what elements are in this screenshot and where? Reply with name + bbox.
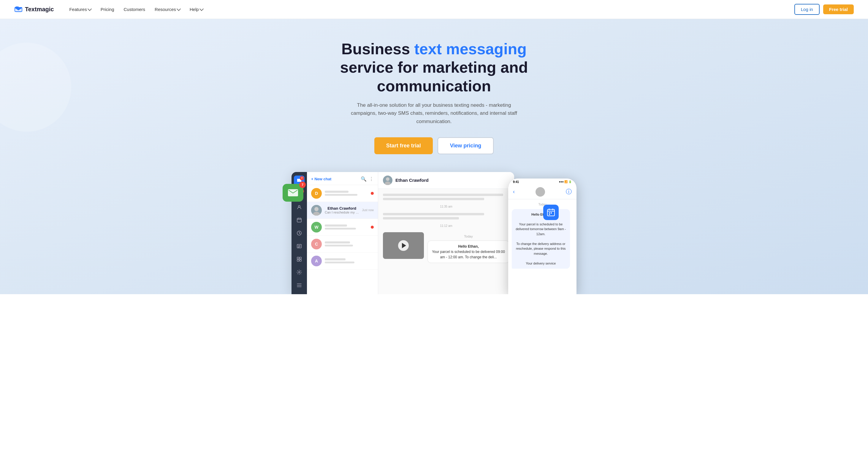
logo[interactable]: Textmagic (14, 6, 54, 13)
chat-list-item-ethan[interactable]: Ethan Crawford Can I reschedule my deliv… (307, 202, 378, 219)
chat-meta-ethan: Just now (362, 208, 374, 212)
contact-name-skeleton (325, 191, 348, 193)
sidebar-icon-bars[interactable] (294, 280, 305, 291)
sidebar-notification-badge: 7 (300, 176, 304, 180)
chat-main-panel: Ethan Crawford 11:35 am 11:12 am (378, 172, 514, 294)
mobile-today-label: Today (512, 203, 573, 206)
app-preview: 7 7 7 (291, 172, 577, 294)
email-icon (288, 189, 298, 196)
logo-icon (14, 6, 23, 13)
today-label: Today (428, 235, 509, 238)
chat-list-item-w[interactable]: W (307, 219, 378, 236)
message-preview-ethan: Can I reschedule my delivery... (325, 210, 359, 214)
brand-name: Textmagic (25, 6, 54, 13)
info-icon[interactable]: ⓘ (566, 188, 572, 196)
avatar: A (311, 256, 322, 266)
nav-item-pricing[interactable]: Pricing (97, 4, 118, 14)
svg-rect-9 (297, 260, 299, 261)
contact-name-skeleton (325, 258, 345, 260)
sidebar-icon-contacts[interactable] (294, 202, 305, 212)
chat-list-item-c[interactable]: C (307, 236, 378, 253)
svg-point-11 (299, 271, 300, 273)
svg-point-3 (298, 205, 300, 207)
avatar: W (311, 222, 322, 232)
chat-main-header: Ethan Crawford (378, 172, 514, 189)
incoming-message: Today Hello Ethan, Your parcel is schedu… (428, 232, 509, 263)
message-body: Your parcel is scheduled to be delivered… (432, 250, 505, 259)
more-options-icon[interactable]: ⋮ (369, 176, 374, 182)
chat-list-header: + New chat 🔍 ⋮ (307, 172, 378, 185)
new-chat-button[interactable]: + New chat (311, 177, 331, 181)
message-preview-skeleton (325, 262, 354, 263)
message-block (383, 213, 509, 220)
svg-point-13 (314, 207, 318, 211)
login-button[interactable]: Log in (795, 4, 819, 15)
contact-name-ethan: Ethan Crawford (325, 206, 359, 210)
calendar-icon (547, 208, 555, 217)
message-with-video: Today Hello Ethan, Your parcel is schedu… (383, 232, 509, 263)
nav-item-customers[interactable]: Customers (120, 4, 149, 14)
chat-contact-name: Ethan Crawford (395, 178, 429, 183)
message-timestamp: 11:35 am (383, 205, 509, 208)
svg-rect-21 (549, 214, 550, 215)
message-bar (383, 194, 503, 196)
chat-info (325, 190, 368, 196)
message-block (383, 194, 509, 200)
search-icon[interactable]: 🔍 (361, 176, 367, 182)
back-arrow-icon[interactable]: ‹ (513, 189, 515, 195)
mobile-message-text: Your parcel is scheduled to be delivered… (516, 223, 566, 236)
sidebar-icon-grid[interactable] (294, 254, 305, 265)
chat-info (325, 224, 368, 230)
message-bar (383, 198, 484, 200)
nav-links: Features Pricing Customers Resources (66, 4, 206, 14)
mobile-status-bar: 9:41 ●●● 📶 🔋 (508, 178, 577, 185)
email-badge-count: 7 (299, 181, 306, 188)
mobile-screen: 9:41 ●●● 📶 🔋 ‹ ⓘ Today Hello Ethan, (508, 178, 577, 294)
nav-item-help[interactable]: Help (186, 4, 207, 14)
nav-item-features[interactable]: Features (66, 4, 94, 14)
chevron-down-icon (88, 7, 92, 11)
mobile-message-text-2: To change the delivery address or resche… (516, 242, 566, 255)
svg-rect-20 (551, 212, 552, 213)
sidebar-icon-lists[interactable] (294, 241, 305, 252)
chat-list-item-a[interactable]: A (307, 253, 378, 270)
message-bar (383, 217, 459, 220)
sidebar-icon-settings[interactable] (294, 267, 305, 277)
video-thumbnail[interactable] (383, 232, 424, 259)
mobile-message-text-3: Your delivery service (526, 262, 556, 265)
free-trial-nav-button[interactable]: Free trial (823, 4, 854, 14)
chat-info-ethan: Ethan Crawford Can I reschedule my deliv… (325, 206, 359, 214)
hero-title: Business text messaging service for mark… (318, 40, 550, 95)
chat-info (325, 258, 371, 264)
svg-rect-8 (300, 257, 301, 259)
hero-subtitle: The all-in-one solution for all your bus… (351, 101, 517, 126)
mobile-signal-icons: ●●● 📶 🔋 (559, 180, 572, 183)
desktop-app-mockup: 7 7 (291, 172, 514, 294)
sidebar-icon-clock[interactable] (294, 228, 305, 238)
message-time-ethan: Just now (362, 208, 374, 212)
chat-messages-area[interactable]: 11:35 am 11:12 am Today Hello Et (378, 189, 514, 294)
svg-rect-7 (297, 257, 299, 259)
message-bubble: Hello Ethan, Your parcel is scheduled to… (428, 240, 509, 263)
mobile-nav-bar: ‹ ⓘ (508, 185, 577, 199)
message-greeting: Hello Ethan, (458, 244, 478, 248)
nav-item-resources[interactable]: Resources (151, 4, 184, 14)
mobile-time: 9:41 (513, 180, 519, 184)
chat-meta (371, 192, 374, 195)
svg-rect-4 (297, 218, 301, 222)
chat-list-item[interactable]: D (307, 185, 378, 202)
chat-list-panel: + New chat 🔍 ⋮ D (307, 172, 378, 294)
view-pricing-button[interactable]: View pricing (438, 137, 494, 154)
mobile-contact-avatar (535, 187, 545, 197)
chat-list-actions: 🔍 ⋮ (361, 176, 374, 182)
unread-indicator (371, 192, 374, 195)
svg-point-16 (386, 177, 390, 181)
message-preview-skeleton (325, 228, 356, 230)
sidebar-icon-calendar[interactable] (294, 215, 305, 225)
play-button[interactable] (398, 240, 409, 251)
start-free-trial-button[interactable]: Start free trial (374, 137, 433, 154)
chevron-down-icon (199, 7, 204, 11)
avatar (311, 205, 322, 215)
navbar: Textmagic Features Pricing Customers (0, 0, 868, 19)
contact-name-skeleton (325, 225, 347, 227)
